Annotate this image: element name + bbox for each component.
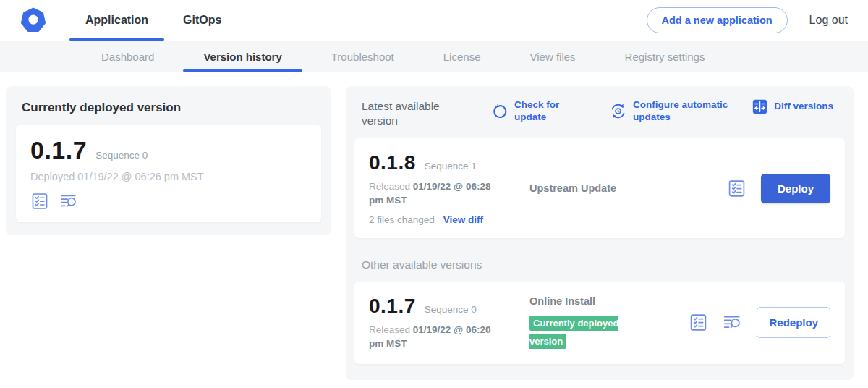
files-changed-label: 2 files changed (369, 214, 435, 225)
latest-sequence-label: Sequence 1 (425, 161, 477, 172)
view-logs-icon[interactable] (59, 192, 78, 211)
diff-versions-label: Diff versions (774, 101, 833, 113)
subnav-version-history[interactable]: Version history (179, 41, 306, 72)
check-for-update-label: Check for update (514, 99, 565, 124)
view-diff-link[interactable]: View diff (443, 214, 483, 225)
deployed-timestamp: Deployed 01/19/22 @ 06:26 pm MST (30, 171, 307, 182)
other-sequence-label: Sequence 0 (425, 304, 477, 315)
subnav-troubleshoot[interactable]: Troubleshoot (307, 41, 419, 72)
currently-deployed-badge: Currently deployed version (529, 316, 618, 350)
deployed-sequence-label: Sequence 0 (95, 150, 148, 161)
view-logs-icon[interactable] (723, 313, 742, 332)
other-available-versions-title: Other available versions (362, 258, 838, 271)
deploy-button[interactable]: Deploy (761, 174, 830, 203)
released-prefix: Released (369, 324, 410, 335)
latest-version-card: 0.1.8 Sequence 1 Released 01/19/22 @ 06:… (354, 138, 845, 238)
refresh-icon (492, 104, 508, 119)
redeploy-button[interactable]: Redeploy (757, 307, 830, 338)
other-version-card: 0.1.7 Sequence 0 Released 01/19/22 @ 06:… (354, 282, 845, 364)
currently-deployed-panel: Currently deployed version 0.1.7 Sequenc… (6, 86, 331, 235)
diff-versions-icon (752, 99, 767, 114)
add-application-button[interactable]: Add a new application (647, 7, 788, 33)
diff-versions-link[interactable]: Diff versions (752, 99, 833, 114)
configure-automatic-updates-label: Configure automatic updates (633, 99, 743, 124)
deployed-version-card: 0.1.7 Sequence 0 Deployed 01/19/22 @ 06:… (16, 125, 321, 222)
latest-version-number: 0.1.8 (369, 151, 416, 174)
schedule-update-icon (610, 103, 626, 119)
checklist-icon[interactable] (689, 313, 708, 332)
kots-logo (20, 0, 46, 41)
available-versions-panel: Latest available version Check for updat… (346, 86, 854, 380)
latest-version-source: Upstream Update (529, 182, 718, 194)
available-header: Latest available version Check for updat… (354, 98, 845, 128)
header-tabs: Application GitOps (68, 0, 239, 41)
latest-released-timestamp: Released 01/19/22 @ 06:28 pm MST (369, 180, 508, 208)
main-content: Currently deployed version 0.1.7 Sequenc… (0, 72, 868, 380)
tab-application-label: Application (85, 14, 148, 27)
latest-available-title: Latest available version (362, 99, 457, 128)
app-header: Application GitOps Add a new application… (0, 0, 868, 41)
tab-gitops[interactable]: GitOps (166, 0, 239, 41)
tab-gitops-label: GitOps (183, 14, 221, 27)
checklist-icon[interactable] (30, 192, 49, 211)
kots-logo-icon (20, 7, 46, 33)
subnav-registry-settings[interactable]: Registry settings (600, 41, 730, 72)
checklist-icon[interactable] (727, 179, 746, 198)
released-prefix: Released (369, 181, 410, 192)
subnav-license[interactable]: License (419, 41, 506, 72)
check-for-update-link[interactable]: Check for update (492, 99, 565, 124)
subnav-view-files[interactable]: View files (505, 41, 600, 72)
tab-application[interactable]: Application (68, 0, 166, 41)
deployed-version-number: 0.1.7 (30, 136, 87, 164)
other-version-source: Online Install (529, 295, 680, 307)
app-subnav: Dashboard Version history Troubleshoot L… (0, 41, 868, 72)
subnav-dashboard[interactable]: Dashboard (77, 41, 179, 72)
configure-automatic-updates-link[interactable]: Configure automatic updates (610, 99, 743, 124)
logout-link[interactable]: Log out (809, 14, 848, 27)
other-version-number: 0.1.7 (369, 295, 416, 318)
currently-deployed-title: Currently deployed version (22, 101, 321, 115)
other-released-timestamp: Released 01/19/22 @ 06:20 pm MST (369, 324, 508, 351)
header-right: Add a new application Log out (647, 0, 848, 41)
